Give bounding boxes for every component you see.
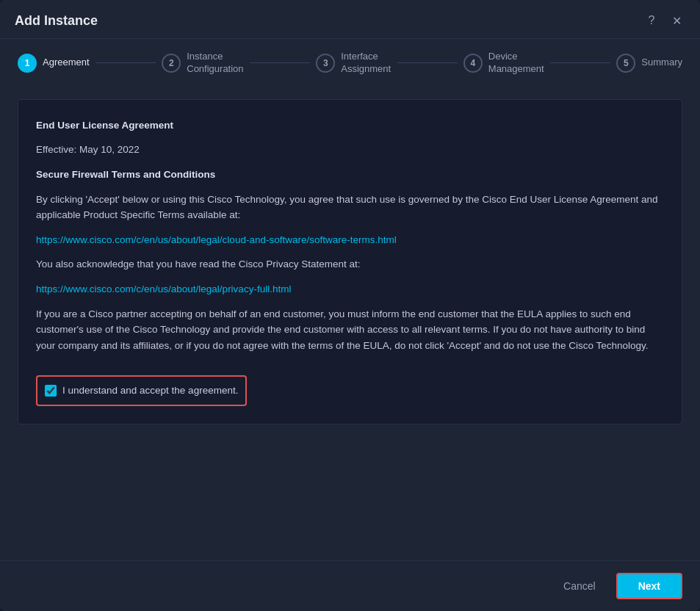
step-3: 3 InterfaceAssignment (316, 51, 391, 76)
agreement-heading: End User License Agreement (36, 118, 664, 134)
effective-date: Effective: May 10, 2022 (36, 142, 664, 158)
step-4-circle: 4 (463, 54, 483, 73)
accept-checkbox-label[interactable]: I understand and accept the agreement. (62, 383, 238, 399)
dialog-footer: Cancel Next (0, 560, 700, 611)
cancel-button[interactable]: Cancel (552, 574, 607, 598)
step-3-label: InterfaceAssignment (341, 51, 391, 76)
step-5: 5 Summary (616, 54, 682, 73)
step-2-circle: 2 (162, 54, 181, 73)
step-1: 1 Agreement (18, 54, 90, 73)
help-icon: ? (649, 14, 655, 27)
link-2[interactable]: https://www.cisco.com/c/en/us/about/lega… (36, 283, 291, 294)
step-2-label: InstanceConfiguration (187, 51, 243, 76)
close-icon: ✕ (672, 14, 682, 28)
accept-checkbox-row: I understand and accept the agreement. (36, 375, 247, 406)
step-1-label: Agreement (43, 57, 90, 69)
connector-4-5 (550, 62, 611, 63)
body-text-2: You also acknowledge that you have read … (36, 256, 664, 272)
step-4-label: DeviceManagement (488, 51, 544, 76)
add-instance-dialog: Add Instance ? ✕ 1 Agreement 2 InstanceC… (0, 0, 700, 611)
connector-2-3 (250, 62, 311, 63)
help-button[interactable]: ? (643, 12, 660, 29)
step-4: 4 DeviceManagement (463, 51, 544, 76)
stepper: 1 Agreement 2 InstanceConfiguration 3 In… (0, 39, 700, 87)
connector-1-2 (95, 62, 156, 63)
header-icons: ? ✕ (643, 12, 685, 29)
close-button[interactable]: ✕ (668, 12, 685, 29)
body-text-3: If you are a Cisco partner accepting on … (36, 306, 664, 354)
dialog-header: Add Instance ? ✕ (0, 0, 700, 39)
next-button[interactable]: Next (616, 573, 682, 599)
dialog-content: End User License Agreement Effective: Ma… (0, 87, 700, 560)
step-1-circle: 1 (18, 54, 37, 73)
step-2: 2 InstanceConfiguration (162, 51, 243, 76)
agreement-box: End User License Agreement Effective: Ma… (18, 99, 682, 424)
terms-title: Secure Firewall Terms and Conditions (36, 167, 664, 183)
step-5-circle: 5 (616, 54, 635, 73)
step-3-circle: 3 (316, 54, 335, 73)
dialog-title: Add Instance (15, 13, 98, 29)
connector-3-4 (397, 62, 458, 63)
body-text-1: By clicking 'Accept' below or using this… (36, 192, 664, 223)
accept-checkbox[interactable] (45, 385, 57, 397)
link-1[interactable]: https://www.cisco.com/c/en/us/about/lega… (36, 234, 397, 245)
step-5-label: Summary (641, 57, 682, 69)
